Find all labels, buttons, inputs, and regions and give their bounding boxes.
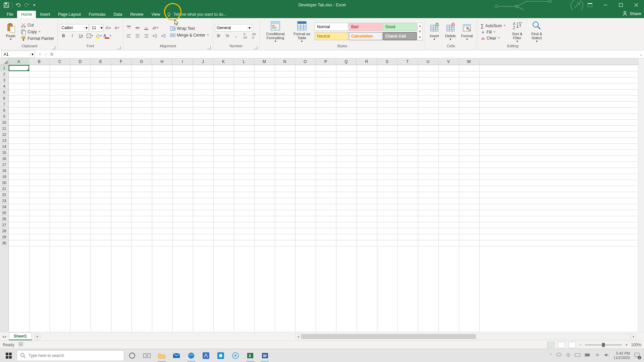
expand-formula-bar-icon[interactable]: ⌄ <box>638 52 644 57</box>
vertical-scrollbar[interactable] <box>638 58 644 332</box>
accounting-format-icon[interactable]: $▾ <box>215 32 222 40</box>
app-icon-3[interactable] <box>229 349 242 362</box>
sheet-nav-prev-icon[interactable]: ◂ <box>2 334 4 339</box>
chevron-down-icon[interactable]: ▾ <box>84 25 88 30</box>
column-header[interactable]: W <box>459 58 479 65</box>
fill-button[interactable]: Fill ▼ <box>479 29 507 35</box>
comma-format-icon[interactable]: , <box>232 32 240 40</box>
column-header[interactable]: E <box>91 58 111 65</box>
styles-scroll[interactable]: ▲▼▼ <box>417 23 423 41</box>
wrap-text-button[interactable]: Wrap Text <box>169 25 211 32</box>
bold-icon[interactable]: B <box>60 32 67 40</box>
minimize-icon[interactable] <box>598 0 613 10</box>
page-layout-view-icon[interactable] <box>558 342 565 348</box>
merge-center-button[interactable]: Merge & Center ▼ <box>169 32 211 38</box>
save-icon[interactable] <box>3 1 10 9</box>
name-box[interactable]: ▾ <box>1 51 35 58</box>
name-box-input[interactable] <box>2 52 30 57</box>
row-header[interactable]: 15 <box>0 149 8 156</box>
row-header[interactable]: 4 <box>0 83 8 89</box>
row-header[interactable]: 7 <box>0 101 8 107</box>
cell-area[interactable] <box>9 65 638 332</box>
row-header[interactable]: 8 <box>0 107 8 113</box>
align-middle-icon[interactable] <box>134 24 141 32</box>
font-launcher-icon[interactable] <box>117 46 121 49</box>
align-center-icon[interactable] <box>134 32 141 40</box>
task-view-icon[interactable] <box>140 349 154 362</box>
app-icon-2[interactable] <box>214 349 227 362</box>
column-header[interactable]: N <box>275 58 295 65</box>
row-header[interactable]: 25 <box>0 210 8 216</box>
column-headers[interactable]: ABCDEFGHIJKLMNOPQRSTUVW <box>9 58 638 65</box>
paste-button[interactable]: Paste▼ <box>3 22 18 42</box>
chevron-down-icon[interactable]: ▾ <box>248 25 252 30</box>
zoom-out-icon[interactable]: − <box>579 343 582 347</box>
decrease-decimal-icon[interactable]: .00.0 <box>250 32 257 40</box>
row-header[interactable]: 30 <box>0 240 8 246</box>
wifi-icon[interactable] <box>595 353 600 358</box>
underline-icon[interactable]: U▾ <box>77 32 85 40</box>
cell-styles-gallery[interactable]: NormalBadGoodNeutralCalculationCheck Cel… <box>315 23 417 41</box>
style-normal[interactable]: Normal <box>315 23 348 31</box>
onedrive-icon[interactable] <box>556 353 562 358</box>
row-header[interactable]: 18 <box>0 168 8 174</box>
chevron-down-icon[interactable]: ▾ <box>100 25 103 30</box>
row-header[interactable]: 14 <box>0 143 8 149</box>
hscroll-left-icon[interactable]: ◂ <box>295 334 301 339</box>
normal-view-icon[interactable] <box>547 342 554 348</box>
redo-icon[interactable] <box>23 1 31 9</box>
volume-icon[interactable] <box>604 353 609 358</box>
mail-icon[interactable] <box>170 349 183 362</box>
number-format-input[interactable] <box>215 25 248 30</box>
borders-icon[interactable]: ▾ <box>86 32 93 40</box>
column-header[interactable]: O <box>295 58 316 65</box>
column-header[interactable]: B <box>29 58 50 65</box>
row-header[interactable]: 22 <box>0 192 8 198</box>
column-header[interactable]: D <box>70 58 91 65</box>
horizontal-scrollbar[interactable]: ◂ ▸ <box>295 334 637 340</box>
alignment-launcher-icon[interactable] <box>207 46 211 49</box>
hscroll-thumb[interactable] <box>302 334 476 339</box>
qat-customize-icon[interactable]: ▾ <box>32 1 37 9</box>
excel-taskbar-icon[interactable]: X <box>244 349 257 362</box>
formula-input[interactable] <box>55 51 638 58</box>
row-header[interactable]: 10 <box>0 119 8 125</box>
row-header[interactable]: 26 <box>0 216 8 222</box>
row-header[interactable]: 1 <box>0 65 8 71</box>
insert-cells-button[interactable]: Insert▼ <box>427 22 442 42</box>
tab-formulas[interactable]: Formulas <box>85 11 110 18</box>
style-neutral[interactable]: Neutral <box>315 32 348 40</box>
sheet-nav-next-icon[interactable]: ▸ <box>5 334 7 339</box>
tab-file[interactable]: File <box>3 11 17 18</box>
column-header[interactable]: T <box>397 58 418 65</box>
word-taskbar-icon[interactable]: W <box>258 349 272 362</box>
row-header[interactable]: 13 <box>0 137 8 143</box>
row-header[interactable]: 12 <box>0 131 8 137</box>
column-header[interactable]: C <box>50 58 70 65</box>
start-button[interactable] <box>2 349 15 362</box>
zoom-in-icon[interactable]: + <box>625 343 628 347</box>
decrease-indent-icon[interactable] <box>151 32 159 40</box>
orientation-icon[interactable]: ab▾ <box>151 24 159 32</box>
tell-me-search[interactable]: Tell me what you want to do... <box>164 11 229 18</box>
battery-icon[interactable] <box>585 353 591 358</box>
column-header[interactable]: V <box>438 58 459 65</box>
row-header[interactable]: 24 <box>0 204 8 210</box>
cancel-formula-icon[interactable]: ✕ <box>38 52 42 57</box>
number-launcher-icon[interactable] <box>254 46 257 49</box>
italic-icon[interactable]: I <box>68 32 76 40</box>
taskbar-search[interactable]: Type here to search <box>17 350 124 361</box>
sort-filter-button[interactable]: AZSort & Filter▼ <box>508 20 526 44</box>
percent-format-icon[interactable]: % <box>224 32 231 40</box>
keyboard-icon[interactable] <box>575 353 581 358</box>
row-header[interactable]: 16 <box>0 156 8 162</box>
row-header[interactable]: 6 <box>0 95 8 101</box>
column-header[interactable]: A <box>9 58 29 65</box>
style-bad[interactable]: Bad <box>349 23 382 31</box>
column-header[interactable]: P <box>316 58 336 65</box>
column-header[interactable]: H <box>152 58 172 65</box>
column-header[interactable]: G <box>131 58 152 65</box>
column-header[interactable]: S <box>377 58 397 65</box>
column-header[interactable]: F <box>111 58 131 65</box>
column-header[interactable]: K <box>213 58 234 65</box>
